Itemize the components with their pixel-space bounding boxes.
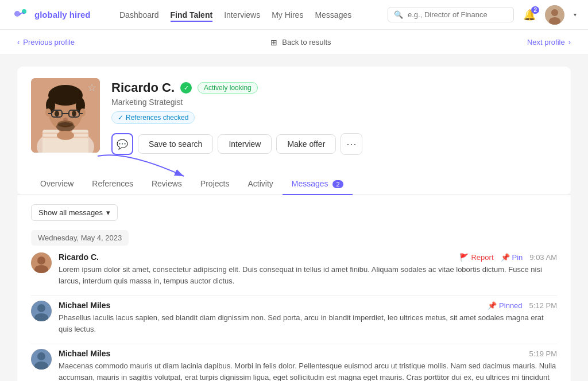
main-container: ☆ Ricardo C. ✓ Actively looking Marketin… [0,55,588,381]
message-item: Ricardo C. 🚩 Report 📌 Pin 9:03 AM Lorem [31,252,557,286]
message-avatar [31,349,52,370]
show-all-messages-button[interactable]: Show all messages ▾ [31,204,118,221]
pin-label: Pin [512,253,523,262]
previous-profile-label: Previous profile [23,38,75,46]
profile-tabs: Overview References Reviews Projects Act… [17,173,571,195]
message-text: Maecenas commodo mauris ut diam lacinia … [59,360,557,381]
date-separator: Wednesday, May 4, 2023 [31,230,129,246]
pin-icon: 📌 [501,253,510,262]
messages-section: Show all messages ▾ Wednesday, May 4, 20… [17,195,571,381]
svg-point-27 [57,131,74,140]
message-sender-name: Michael Miles [59,349,110,358]
message-time: 5:12 PM [529,301,557,310]
save-to-search-button[interactable]: Save to search [138,134,213,154]
message-actions: 5:19 PM [529,349,557,358]
message-time: 9:03 AM [529,253,557,262]
active-status-badge: Actively looking [198,82,258,94]
svg-point-33 [37,304,45,312]
search-input[interactable] [408,10,508,19]
message-content: Ricardo C. 🚩 Report 📌 Pin 9:03 AM Lorem [59,252,557,286]
next-profile-button[interactable]: Next profile › [527,38,571,46]
nav-find-talent[interactable]: Find Talent [171,8,213,22]
message-content: Michael Miles 5:19 PM Maecenas commodo m… [59,349,557,381]
message-actions: 📌 Pinned 5:12 PM [488,301,557,310]
profile-navigation-bar: ‹ Previous profile ⊞ Back to results Nex… [0,30,588,55]
message-time: 5:19 PM [529,349,557,358]
message-item: Michael Miles 5:19 PM Maecenas commodo m… [31,349,557,381]
message-avatar [31,301,52,321]
more-options-button[interactable]: ⋯ [341,133,362,155]
tab-references[interactable]: References [83,173,142,195]
message-divider [31,296,557,296]
previous-profile-button[interactable]: ‹ Previous profile [17,38,75,46]
make-offer-button[interactable]: Make offer [276,134,336,154]
svg-point-3 [551,9,558,16]
chevron-left-icon: ‹ [17,38,20,46]
profile-name-row: Ricardo C. ✓ Actively looking [111,80,557,95]
navbar: globally hired Dashboard Find Talent Int… [0,0,588,30]
action-buttons: 💬 Save to search Interview Make offer ⋯ [111,133,557,155]
grid-icon: ⊞ [270,38,277,47]
svg-point-23 [72,111,76,116]
svg-point-16 [80,108,86,116]
message-divider [31,344,557,344]
message-text: Phasellus iaculis lacus sapien, sed blan… [59,312,557,335]
filter-label: Show all messages [38,208,103,217]
chat-icon: 💬 [117,139,128,150]
verified-badge: ✓ [180,82,192,94]
user-menu-chevron[interactable]: ▾ [574,11,577,18]
user-avatar[interactable] [545,5,564,25]
chevron-right-icon: › [568,38,571,46]
message-actions: 🚩 Report 📌 Pin 9:03 AM [459,253,557,262]
tab-overview[interactable]: Overview [31,173,83,195]
check-icon: ✓ [118,114,123,122]
profile-title: Marketing Strategist [111,98,557,107]
report-label: Report [471,253,493,262]
message-content: Michael Miles 📌 Pinned 5:12 PM Phasellus… [59,301,557,335]
nav-messages[interactable]: Messages [315,8,351,22]
references-checked-badge: ✓ References checked [111,111,195,124]
message-header: Michael Miles 📌 Pinned 5:12 PM [59,301,557,310]
chat-button[interactable]: 💬 [111,133,133,155]
nav-interviews[interactable]: Interviews [224,8,260,22]
profile-card: ☆ Ricardo C. ✓ Actively looking Marketin… [17,67,571,195]
message-text: Lorem ipsum dolor sit amet, consectetur … [59,264,557,286]
tab-reviews[interactable]: Reviews [142,173,191,195]
messages-count-badge: 2 [332,180,343,188]
svg-point-22 [55,111,59,116]
svg-point-15 [45,108,51,116]
nav-links: Dashboard Find Talent Interviews My Hire… [119,8,351,22]
star-icon[interactable]: ☆ [87,81,96,94]
pin-button[interactable]: 📌 Pin [501,253,523,262]
search-icon: 🔍 [394,10,403,19]
interview-button[interactable]: Interview [218,134,272,154]
tab-projects[interactable]: Projects [191,173,239,195]
next-profile-label: Next profile [527,38,565,46]
ellipsis-icon: ⋯ [346,138,357,150]
logo[interactable]: globally hired [11,6,103,24]
profile-name: Ricardo C. [111,80,175,95]
pinned-label: Pinned [499,301,522,310]
search-box[interactable]: 🔍 [388,7,514,22]
message-sender-name: Ricardo C. [59,252,99,262]
profile-photo-wrapper: ☆ [31,78,100,153]
nav-dashboard[interactable]: Dashboard [119,8,159,22]
bell-wrapper[interactable]: 🔔 2 [523,9,536,21]
message-item: Michael Miles 📌 Pinned 5:12 PM Phasellus… [31,301,557,335]
message-sender-name: Michael Miles [59,301,110,310]
svg-point-36 [37,352,45,360]
back-to-results-button[interactable]: ⊞ Back to results [270,38,331,47]
tab-messages-label: Messages [292,179,328,188]
tab-messages[interactable]: Messages 2 [283,173,353,195]
filter-chevron-icon: ▾ [106,208,110,217]
nav-my-hires[interactable]: My Hires [272,8,303,22]
report-button[interactable]: 🚩 Report [459,253,493,262]
messages-filter: Show all messages ▾ [31,204,557,221]
profile-header: ☆ Ricardo C. ✓ Actively looking Marketin… [31,78,557,173]
nav-right: 🔍 🔔 2 ▾ [388,5,577,25]
message-header: Ricardo C. 🚩 Report 📌 Pin 9:03 AM [59,252,557,262]
profile-info: Ricardo C. ✓ Actively looking Marketing … [111,78,557,164]
tab-activity[interactable]: Activity [238,173,282,195]
back-to-results-label: Back to results [282,38,331,46]
pinned-indicator[interactable]: 📌 Pinned [488,301,522,310]
